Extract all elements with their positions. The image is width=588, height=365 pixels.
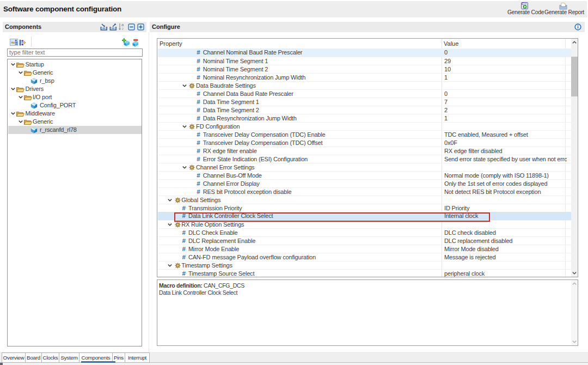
svg-text:z: z [122,26,124,31]
